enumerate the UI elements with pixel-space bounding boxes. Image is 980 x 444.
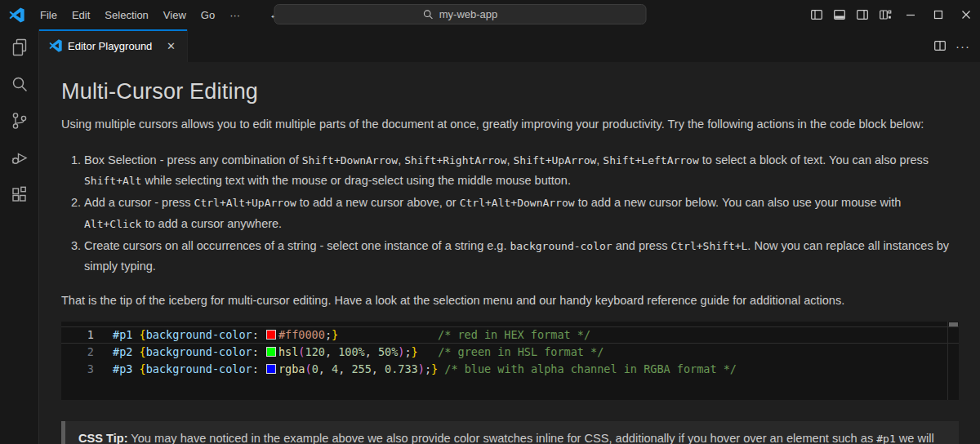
inline-code: Ctrl+Alt+DownArrow (460, 197, 575, 209)
code-token: background-color (146, 345, 252, 358)
minimize-button[interactable] (897, 0, 924, 29)
menu-selection[interactable]: Selection (97, 6, 155, 24)
split-editor-icon[interactable] (929, 29, 951, 62)
menu-edit[interactable]: Edit (65, 6, 97, 24)
code-token (418, 345, 438, 358)
search-sidebar-icon[interactable] (7, 74, 33, 94)
code-token: ; (404, 345, 411, 358)
code-line[interactable]: 1#p1 {background-color: #ff0000;} /* red… (61, 326, 959, 344)
tab-label: Editor Playground (68, 40, 158, 52)
editor-actions: ··· (929, 29, 980, 62)
color-swatch[interactable] (266, 364, 276, 374)
code-token: hsl (278, 345, 298, 358)
inline-code: Shift+LeftArrow (603, 154, 698, 166)
code-token: ; (425, 362, 431, 375)
outro-paragraph: That is the tip of the iceberg for multi… (61, 291, 959, 309)
code-token: #p1 (113, 328, 140, 341)
menu-go[interactable]: Go (194, 6, 222, 24)
code-token: 100% (338, 345, 365, 358)
code-token: , (338, 362, 351, 375)
code-line[interactable]: 2#p2 {background-color: hsl(120, 100%, 5… (61, 344, 959, 361)
search-icon (423, 9, 434, 20)
code-token: rgba (278, 362, 305, 375)
code-token: 0.733 (385, 362, 418, 375)
code-token: #p3 (113, 362, 140, 375)
walkthrough-content: Multi-Cursor Editing Using multiple curs… (39, 62, 980, 444)
activity-bar (0, 29, 39, 444)
toggle-primary-sidebar-icon[interactable] (805, 0, 828, 29)
close-window-button[interactable] (952, 0, 980, 29)
code-token: ; (325, 328, 332, 341)
line-number: 1 (61, 326, 94, 344)
explorer-icon[interactable] (7, 38, 33, 57)
code-token: background-color (146, 328, 252, 341)
vscode-window: FileEditSelectionViewGo··· ← → my-web-ap… (0, 0, 980, 444)
titlebar-controls (805, 0, 980, 29)
toggle-secondary-sidebar-icon[interactable] (851, 0, 874, 29)
code-text: #p3 {background-color: rgba(0, 4, 255, 0… (113, 361, 737, 378)
embedded-code-editor[interactable]: 1#p1 {background-color: #ff0000;} /* red… (61, 322, 959, 400)
command-center-search[interactable]: my-web-app (274, 4, 647, 24)
code-token: ) (418, 362, 425, 375)
titlebar: FileEditSelectionViewGo··· ← → my-web-ap… (0, 0, 980, 29)
code-line[interactable]: 3#p3 {background-color: rgba(0, 4, 255, … (61, 361, 959, 378)
tip-body: You may have noticed in the example abov… (78, 432, 942, 444)
menu-file[interactable]: File (33, 6, 65, 24)
list-item: Create cursors on all occurrences of a s… (84, 236, 959, 276)
source-control-icon[interactable] (7, 111, 33, 131)
extensions-icon[interactable] (7, 184, 33, 204)
code-token: , (325, 345, 338, 358)
inline-code: Shift+UpArrow (514, 154, 597, 166)
code-token: /* green in HSL format */ (438, 345, 604, 358)
code-token: #p2 (113, 345, 140, 358)
code-token: } (431, 362, 438, 375)
code-token: 120 (305, 345, 325, 358)
tab-editor-playground[interactable]: Editor Playground ✕ (39, 29, 188, 62)
customize-layout-icon[interactable] (874, 0, 897, 29)
tab-close-icon[interactable]: ✕ (163, 38, 179, 54)
menu-more[interactable]: ··· (222, 6, 247, 24)
code-token: { (140, 362, 146, 375)
code-token: , (372, 362, 385, 375)
code-token: ( (305, 362, 311, 375)
tab-bar: Editor Playground ✕ ··· (39, 29, 980, 62)
page-title: Multi-Cursor Editing (61, 79, 959, 104)
tab-vscode-icon (49, 39, 62, 52)
code-token: } (332, 328, 338, 341)
menubar: FileEditSelectionViewGo··· (33, 6, 247, 24)
scrollbar-thumb[interactable] (949, 322, 958, 326)
code-token (338, 328, 438, 341)
line-number: 3 (61, 361, 94, 378)
inline-code: #p1 (876, 433, 895, 444)
more-actions-icon[interactable]: ··· (956, 39, 970, 53)
list-item: Box Selection - press any combination of… (84, 150, 959, 191)
menu-view[interactable]: View (156, 6, 194, 24)
code-token: 255 (351, 362, 371, 375)
code-token: : (252, 345, 265, 358)
code-token: #ff0000 (278, 328, 325, 341)
run-and-debug-icon[interactable] (7, 148, 33, 167)
actions-list: Box Selection - press any combination of… (61, 150, 959, 276)
code-token: : (252, 328, 265, 341)
code-token: /* red in HEX format */ (438, 328, 590, 341)
editor-scrollbar[interactable] (947, 322, 959, 400)
code-text: #p1 {background-color: #ff0000;} /* red … (113, 326, 590, 344)
code-token: ( (298, 345, 305, 358)
inline-code: Ctrl+Shift+L (670, 240, 747, 252)
inline-code: Alt+Click (84, 218, 141, 230)
inline-code: Shift+DownArrow (302, 154, 398, 166)
search-value: my-web-app (439, 8, 498, 20)
css-tip-box: CSS Tip: You may have noticed in the exa… (61, 421, 959, 444)
code-token: 4 (332, 362, 338, 375)
code-token: , (365, 345, 378, 358)
maximize-button[interactable] (924, 0, 952, 29)
color-swatch[interactable] (266, 330, 276, 340)
code-token: } (412, 345, 418, 358)
color-swatch[interactable] (266, 347, 276, 357)
code-token: 0 (312, 362, 318, 375)
toggle-panel-icon[interactable] (828, 0, 851, 29)
code-token: background-color (146, 362, 252, 375)
inline-code: background-color (510, 240, 612, 252)
code-token: { (140, 345, 146, 358)
line-number: 2 (61, 344, 94, 361)
